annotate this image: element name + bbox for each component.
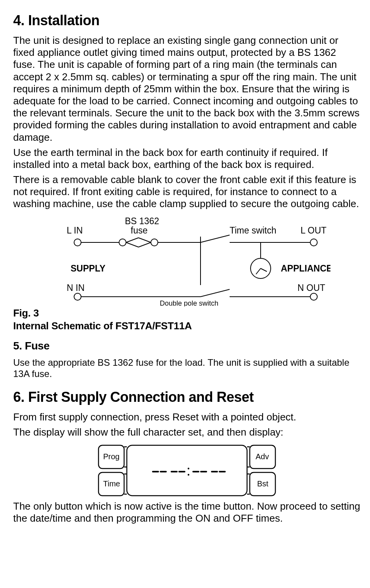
label-nout: N OUT: [297, 283, 325, 293]
s5-para-1: Use the appropriate BS 1362 fuse for the…: [13, 357, 361, 380]
lcd-prog-label: Prog: [103, 452, 119, 461]
svg-line-14: [261, 268, 267, 272]
svg-line-10: [201, 235, 230, 242]
lcd-bst-label: Bst: [257, 479, 268, 488]
svg-line-6: [138, 238, 151, 242]
label-fuse-1: BS 1362: [125, 216, 159, 226]
svg-point-3: [151, 239, 158, 246]
svg-point-0: [74, 239, 81, 246]
s4-para-1: The unit is designed to replace an exist…: [13, 35, 361, 144]
label-dp-switch: Double pole switch: [160, 299, 218, 306]
s6-para-1: From first supply connection, press Rese…: [13, 411, 361, 423]
figure-3-label: Fig. 3: [13, 307, 361, 319]
svg-point-25: [310, 293, 317, 300]
svg-line-5: [126, 242, 138, 247]
svg-point-46: [188, 474, 189, 476]
label-fuse-2: fuse: [131, 225, 147, 235]
label-lin: L IN: [67, 225, 83, 235]
lcd-figure: Prog Time Adv Bst: [13, 441, 361, 500]
s6-para-2: The display will show the full character…: [13, 426, 361, 438]
section-4-heading: 4. Installation: [13, 12, 361, 29]
section-5-heading: 5. Fuse: [13, 339, 361, 353]
svg-point-2: [119, 239, 126, 246]
s6-para-3: The only button which is now active is t…: [13, 500, 361, 524]
svg-line-7: [138, 242, 151, 247]
lcd-adv-label: Adv: [256, 452, 269, 461]
svg-point-21: [74, 293, 81, 300]
svg-line-18: [261, 242, 276, 258]
s4-para-2: Use the earth terminal in the back box f…: [13, 147, 361, 171]
schematic-figure: L IN BS 1362 fuse Time switch L OUT SUPP…: [13, 213, 361, 306]
lcd-time-label: Time: [103, 479, 120, 488]
label-lout: L OUT: [301, 225, 327, 235]
svg-line-4: [126, 238, 138, 242]
svg-line-23: [201, 289, 230, 297]
svg-line-13: [256, 268, 261, 274]
label-time-switch: Time switch: [230, 225, 277, 235]
label-appliance: APPLIANCE: [281, 263, 330, 273]
schematic-title: Internal Schematic of FST17A/FST11A: [13, 320, 361, 332]
svg-point-20: [310, 239, 317, 246]
s4-para-3: There is a removable cable blank to cove…: [13, 174, 361, 210]
label-supply: SUPPLY: [71, 263, 105, 273]
section-6-heading: 6. First Supply Connection and Reset: [13, 388, 361, 406]
svg-point-45: [188, 468, 189, 469]
svg-rect-28: [127, 445, 247, 496]
label-nin: N IN: [67, 283, 85, 293]
